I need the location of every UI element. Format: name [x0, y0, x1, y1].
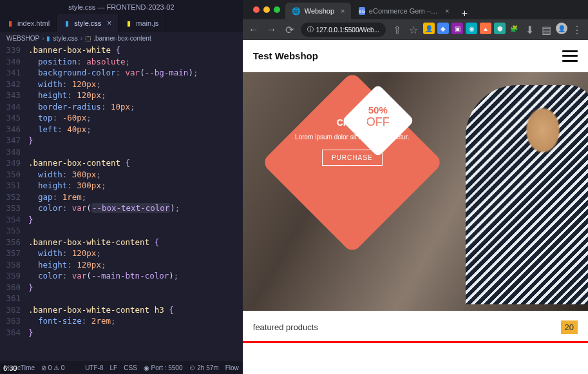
new-tab-button[interactable]: + [457, 8, 472, 19]
avatar-icon[interactable]: 👤 [556, 23, 567, 34]
maximize-window-icon[interactable] [274, 6, 280, 13]
sb-problems[interactable]: ⊘ 0 ⚠ 0 [41, 364, 64, 371]
code-content[interactable]: .banner-box-white { position: absolute; … [28, 44, 243, 361]
browser-tabstrip: 🌐 Webshop × eG eCommerce Gem – Multipurp… [243, 0, 588, 19]
tab-label: index.html [17, 19, 50, 27]
tab-label: style.css [74, 19, 101, 27]
breadcrumb-item[interactable]: .banner-box-content [93, 35, 151, 42]
globe-icon: 🌐 [292, 7, 301, 15]
sb-time[interactable]: ⏲ 2h 57m [189, 364, 219, 371]
tab-style-css[interactable]: ▮ style.css × [57, 14, 119, 32]
reload-button[interactable]: ⟳ [283, 23, 297, 37]
window-controls [248, 0, 285, 19]
status-bar: MusicTime ⊘ 0 ⚠ 0 UTF-8 LF CSS ◉ Port : … [0, 361, 243, 374]
close-window-icon[interactable] [253, 6, 260, 13]
tab-main-js[interactable]: ▮ main.js [119, 14, 166, 32]
code-area[interactable]: 339 340 341 342 343 344 345 346 347 348 … [0, 44, 243, 361]
ext-icon[interactable]: 👤 [423, 23, 435, 34]
sb-liveserver[interactable]: ◉ Port : 5500 [144, 364, 183, 371]
close-icon[interactable]: × [341, 7, 345, 15]
browser-window: 🌐 Webshop × eG eCommerce Gem – Multipurp… [243, 0, 588, 374]
breadcrumb-item[interactable]: style.css [53, 35, 77, 42]
sb-eol[interactable]: LF [110, 364, 118, 371]
ext-icon[interactable]: ▣ [451, 23, 463, 34]
close-icon[interactable]: × [445, 7, 449, 15]
share-icon[interactable]: ⇧ [390, 23, 404, 37]
page-title: Test Webshop [253, 50, 318, 61]
star-icon[interactable]: ☆ [406, 23, 421, 37]
banner-title: Cimsor [281, 117, 423, 128]
featured-label: featured products [253, 322, 318, 332]
banner-text: Lorem ipsum dolor sit amet consectetur. [281, 133, 423, 142]
chevron-right-icon: › [42, 35, 44, 42]
ext-icon[interactable]: ◉ [466, 23, 477, 34]
hero-image [466, 85, 588, 304]
badge-percent: 50% [356, 104, 401, 115]
tab-index-html[interactable]: ▮ index.html [0, 14, 57, 32]
video-progress-bar[interactable] [243, 341, 588, 343]
url-text: 127.0.0.1:5500/Web... [316, 26, 379, 34]
browser-toolbar: ← → ⟳ ⓘ 127.0.0.1:5500/Web... ⇧ ☆ 👤 ◆ ▣ … [243, 19, 588, 40]
ext-icon[interactable]: ◆ [437, 23, 449, 34]
browser-tab-webshop[interactable]: 🌐 Webshop × [285, 3, 352, 19]
address-bar[interactable]: ⓘ 127.0.0.1:5500/Web... [301, 23, 386, 37]
info-icon: ⓘ [307, 25, 314, 34]
hamburger-icon[interactable] [562, 50, 578, 62]
tab-label: Webshop [305, 7, 334, 15]
selector-icon: ⬚ [85, 35, 91, 42]
forward-button[interactable]: → [265, 23, 279, 37]
extension-icons: ⇧ ☆ 👤 ◆ ▣ ◉ ▲ ⬢ 🧩 ⬇ ▤ 👤 ⋮ [390, 23, 584, 37]
css-icon: ▮ [63, 19, 71, 27]
close-icon[interactable]: × [107, 19, 111, 28]
vscode-editor: style.css — FRONTEND-2023-02 ▮ index.htm… [0, 0, 243, 374]
line-gutter: 339 340 341 342 343 344 345 346 347 348 … [0, 44, 28, 361]
tab-label: main.js [136, 19, 158, 27]
css-icon: ▮ [46, 35, 50, 42]
sb-flow[interactable]: Flow [225, 364, 239, 371]
html-icon: ▮ [6, 19, 14, 27]
bookmark-icon[interactable]: ▤ [539, 23, 553, 37]
breadcrumb-item[interactable]: WEBSHOP [6, 35, 39, 42]
year-badge: 20 [561, 320, 578, 334]
ext-icon[interactable]: ▲ [480, 23, 491, 34]
download-icon[interactable]: ⬇ [522, 23, 536, 37]
js-icon: ▮ [125, 19, 133, 27]
tab-label: eCommerce Gem – Multipurpo [369, 7, 439, 15]
shop-header: Test Webshop [243, 40, 588, 72]
ext-icon[interactable]: ⬢ [494, 23, 506, 34]
sb-lang[interactable]: CSS [124, 364, 137, 371]
sb-encoding[interactable]: UTF-8 [85, 364, 103, 371]
browser-tab-ecommerce[interactable]: eG eCommerce Gem – Multipurpo × [352, 3, 455, 19]
site-icon: eG [359, 7, 365, 15]
featured-section: featured products 20 [243, 311, 588, 343]
back-button[interactable]: ← [247, 23, 261, 37]
video-timestamp: 6:30 [1, 364, 19, 373]
purchase-button[interactable]: PURCHASE [322, 150, 383, 166]
chevron-right-icon: › [81, 35, 82, 42]
extensions-icon[interactable]: 🧩 [508, 23, 520, 34]
menu-icon[interactable]: ⋮ [570, 23, 584, 37]
hero-section: 50% OFF Cimsor Lorem ipsum dolor sit ame… [243, 72, 588, 311]
browser-page: Test Webshop 50% OFF Cimsor Lorem ipsum … [243, 40, 588, 374]
minimize-window-icon[interactable] [263, 6, 270, 13]
editor-tabs: ▮ index.html ▮ style.css × ▮ main.js [0, 14, 243, 32]
banner-content: Cimsor Lorem ipsum dolor sit amet consec… [281, 117, 423, 166]
breadcrumb[interactable]: WEBSHOP › ▮ style.css › ⬚ .banner-box-co… [0, 32, 243, 44]
window-title: style.css — FRONTEND-2023-02 [0, 0, 243, 14]
